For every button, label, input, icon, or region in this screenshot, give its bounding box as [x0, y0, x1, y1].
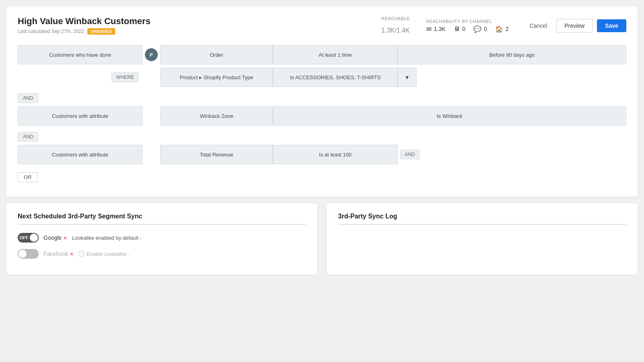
before-days-cell[interactable]: Before 90 days ago	[398, 45, 626, 64]
channel-metrics-items: ✉ 1.3K 🖥 0 💬 0 🏠 2	[426, 25, 509, 33]
where-badge: WHERE	[111, 72, 138, 82]
segment-title: High Value Winback Customers	[18, 16, 151, 27]
at-least-time-cell[interactable]: At least 1 time	[273, 45, 398, 64]
last-calculated: Last calculated Sep 27th, 2022 UNSAVED	[18, 28, 151, 35]
reachable-metric: REACHABLE 1.3K/1.4K	[382, 16, 410, 35]
where-label-area: WHERE	[18, 72, 142, 82]
top-card: High Value Winback Customers Last calcul…	[6, 6, 638, 197]
event-type-icon: F	[145, 48, 158, 61]
home-count: 2	[506, 26, 509, 32]
preview-button[interactable]: Preview	[556, 19, 593, 33]
email-icon: ✉	[426, 25, 431, 33]
sms-icon: 🖥	[454, 25, 460, 33]
channel-home: 🏠 2	[495, 25, 509, 33]
is-at-least-cell[interactable]: Is at least 100	[273, 145, 398, 164]
total-revenue-cell[interactable]: Total Revenue	[160, 145, 273, 164]
sms-count: 0	[462, 26, 466, 32]
condition-row-1: Customers who have done F Order At least…	[18, 45, 626, 64]
save-button[interactable]: Save	[597, 19, 626, 32]
reachability-label: REACHABILITY BY CHANNEL	[426, 19, 509, 24]
reachable-value: 1.3K/1.4K	[382, 23, 410, 35]
customers-attr-1-cell[interactable]: Customers with attribute	[18, 106, 142, 125]
push-icon: 💬	[473, 25, 481, 33]
bottom-section: Next Scheduled 3rd-Party Segment Sync OF…	[6, 203, 638, 275]
scheduled-sync-card: Next Scheduled 3rd-Party Segment Sync OF…	[6, 203, 317, 275]
reachable-label: REACHABLE	[382, 16, 410, 21]
filter-icon: ▼	[405, 74, 410, 80]
where-row: WHERE Product ▸ Shopify Product Type Is …	[18, 68, 626, 87]
filter-icon-cell[interactable]: ▼	[398, 68, 417, 87]
scheduled-sync-title: Next Scheduled 3rd-Party Segment Sync	[18, 213, 306, 225]
product-shopify-cell[interactable]: Product ▸ Shopify Product Type	[160, 68, 273, 87]
action-buttons: Cancel Preview Save	[525, 19, 626, 33]
lookalike-checkbox[interactable]	[78, 251, 84, 257]
toggle-off-label: OFF	[19, 235, 28, 240]
facebook-toggle[interactable]	[18, 249, 39, 259]
or-badge[interactable]: OR	[18, 172, 38, 182]
channel-metrics: REACHABILITY BY CHANNEL ✉ 1.3K 🖥 0 💬 0	[426, 19, 509, 33]
customers-attr-2-cell[interactable]: Customers with attribute	[18, 145, 142, 164]
facebook-platform-name: Facebook ✕	[43, 251, 74, 257]
channel-push: 💬 0	[473, 25, 487, 33]
and-inline-area: AND	[398, 150, 422, 159]
sync-log-card: 3rd-Party Sync Log	[327, 203, 638, 275]
or-connector: OR	[18, 172, 626, 182]
google-toggle[interactable]: OFF	[18, 233, 39, 243]
google-sync-item: OFF Google ✕ Lookalike enabled by defaul…	[18, 233, 306, 243]
channel-email: ✉ 1.3K	[426, 25, 446, 33]
email-count: 1.3K	[434, 26, 446, 32]
sync-log-title: 3rd-Party Sync Log	[338, 213, 626, 225]
and-connector-2: AND	[18, 132, 626, 142]
and-connector-1: AND	[18, 93, 626, 103]
and-badge-1[interactable]: AND	[18, 93, 38, 103]
top-card-header: High Value Winback Customers Last calcul…	[18, 16, 626, 35]
google-remove-icon[interactable]: ✕	[63, 235, 67, 241]
facebook-toggle-circle	[19, 250, 27, 258]
winback-zone-cell[interactable]: Winback Zone	[160, 106, 273, 125]
condition-row-2: Customers with attribute Winback Zone Is…	[18, 106, 626, 125]
customers-who-cell[interactable]: Customers who have done	[18, 45, 142, 64]
facebook-sync-item: Facebook ✕ Enable Lookalike -	[18, 249, 306, 259]
facebook-remove-icon[interactable]: ✕	[70, 251, 74, 257]
conditions-area: Customers who have done F Order At least…	[18, 45, 626, 187]
channel-sms: 🖥 0	[454, 25, 466, 33]
title-section: High Value Winback Customers Last calcul…	[18, 16, 151, 35]
order-cell[interactable]: Order	[160, 45, 273, 64]
push-count: 0	[484, 26, 487, 32]
and-inline-badge[interactable]: AND	[400, 150, 419, 159]
google-lookalike-text: Lookalike enabled by default -	[72, 235, 142, 241]
facebook-lookalike-check: Enable Lookalike -	[78, 251, 130, 257]
page-wrapper: High Value Winback Customers Last calcul…	[0, 0, 644, 281]
toggle-circle	[30, 234, 38, 242]
condition-row-3: Customers with attribute Total Revenue I…	[18, 145, 626, 164]
is-accessories-cell[interactable]: Is ACCESSORIES, SHOES, T-SHIRTS	[273, 68, 398, 87]
unsaved-badge: UNSAVED	[87, 28, 115, 35]
reachable-total: /1.4K	[394, 27, 409, 34]
and-badge-2[interactable]: AND	[18, 132, 38, 142]
home-icon: 🏠	[495, 25, 503, 33]
google-platform-name: Google ✕	[43, 234, 67, 241]
header-right: REACHABLE 1.3K/1.4K REACHABILITY BY CHAN…	[382, 16, 626, 35]
cancel-button[interactable]: Cancel	[525, 19, 552, 32]
is-winback-cell[interactable]: Is Winback	[273, 106, 626, 125]
